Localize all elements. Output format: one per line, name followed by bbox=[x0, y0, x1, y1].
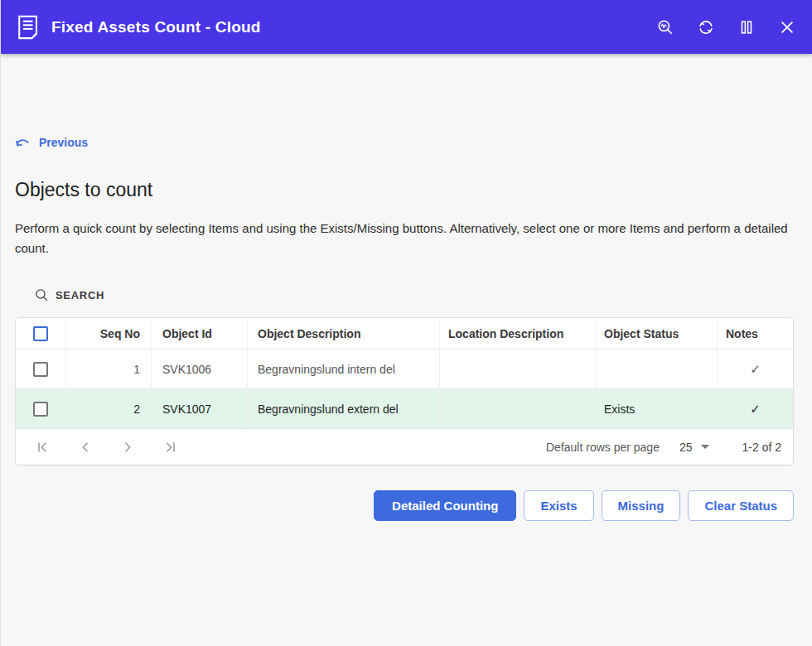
row-2-object-description: Begravningslund extern del bbox=[247, 389, 439, 428]
select-all-checkbox[interactable] bbox=[33, 326, 48, 341]
row-1-seq-no: 1 bbox=[65, 350, 151, 388]
search-icon bbox=[35, 288, 49, 302]
close-icon[interactable] bbox=[777, 17, 797, 37]
last-page-icon[interactable] bbox=[162, 440, 177, 455]
row-1-location-description bbox=[439, 350, 596, 388]
row-2-notes-checkmark: ✓ bbox=[717, 389, 793, 428]
search-insights-icon[interactable] bbox=[655, 17, 675, 37]
rows-per-page-select[interactable]: 25 bbox=[679, 441, 709, 454]
row-1-checkbox[interactable] bbox=[33, 362, 48, 377]
main-content: Previous Objects to count Perform a quic… bbox=[1, 54, 812, 521]
row-1-object-status bbox=[596, 350, 717, 388]
column-header-object-id[interactable]: Object Id bbox=[151, 318, 247, 349]
select-all-cell bbox=[16, 318, 65, 349]
dropdown-caret-icon bbox=[701, 445, 709, 449]
table-row-2[interactable]: 2 SVK1007 Begravningslund extern del Exi… bbox=[16, 388, 793, 428]
row-1-notes-checkmark: ✓ bbox=[717, 350, 793, 388]
table-header-row: Seq No Object Id Object Description Loca… bbox=[16, 318, 793, 349]
action-buttons: Detailed Counting Exists Missing Clear S… bbox=[15, 490, 794, 521]
rows-per-page-value: 25 bbox=[679, 441, 693, 454]
refresh-icon[interactable] bbox=[696, 17, 716, 37]
row-2-checkbox[interactable] bbox=[33, 402, 48, 417]
pagination-controls bbox=[36, 440, 177, 455]
objects-table: Seq No Object Id Object Description Loca… bbox=[15, 317, 794, 465]
page-description: Perform a quick count by selecting Items… bbox=[15, 219, 793, 258]
table-footer: Default rows per page 25 1-2 of 2 bbox=[16, 428, 793, 465]
pagination-range-label: 1-2 of 2 bbox=[742, 441, 781, 454]
titlebar-actions bbox=[655, 17, 797, 37]
row-1-object-description: Begravningslund intern del bbox=[247, 350, 439, 388]
first-page-icon[interactable] bbox=[36, 440, 51, 455]
titlebar: Fixed Assets Count - Cloud bbox=[1, 0, 812, 54]
row-1-object-id: SVK1006 bbox=[151, 350, 247, 388]
detailed-counting-button[interactable]: Detailed Counting bbox=[374, 490, 516, 521]
row-2-object-id: SVK1007 bbox=[151, 389, 247, 428]
missing-button[interactable]: Missing bbox=[602, 490, 681, 521]
exists-button[interactable]: Exists bbox=[524, 490, 593, 521]
search-label: SEARCH bbox=[56, 289, 104, 301]
rows-per-page-label: Default rows per page bbox=[546, 441, 660, 454]
column-header-seq-no[interactable]: Seq No bbox=[65, 318, 151, 349]
pause-icon[interactable] bbox=[737, 17, 756, 37]
column-header-object-status[interactable]: Object Status bbox=[596, 318, 717, 349]
previous-label: Previous bbox=[39, 136, 88, 149]
row-2-location-description bbox=[439, 389, 596, 428]
clear-status-button[interactable]: Clear Status bbox=[688, 490, 794, 521]
row-1-checkbox-cell bbox=[16, 350, 65, 388]
row-2-object-status: Exists bbox=[596, 389, 717, 428]
table-row-1[interactable]: 1 SVK1006 Begravningslund intern del ✓ bbox=[16, 349, 793, 388]
next-page-icon[interactable] bbox=[120, 440, 135, 455]
column-header-location-description[interactable]: Location Description bbox=[439, 318, 596, 349]
document-icon bbox=[16, 14, 40, 40]
previous-link[interactable]: Previous bbox=[15, 136, 88, 149]
window-title: Fixed Assets Count - Cloud bbox=[51, 18, 655, 36]
column-header-notes[interactable]: Notes bbox=[717, 318, 793, 349]
previous-page-icon[interactable] bbox=[78, 440, 93, 455]
row-2-seq-no: 2 bbox=[65, 389, 151, 428]
page-title: Objects to count bbox=[15, 179, 793, 201]
undo-arrow-icon bbox=[15, 136, 31, 149]
column-header-object-description[interactable]: Object Description bbox=[247, 318, 439, 349]
row-2-checkbox-cell bbox=[16, 389, 65, 428]
search-toggle[interactable]: SEARCH bbox=[15, 288, 793, 302]
